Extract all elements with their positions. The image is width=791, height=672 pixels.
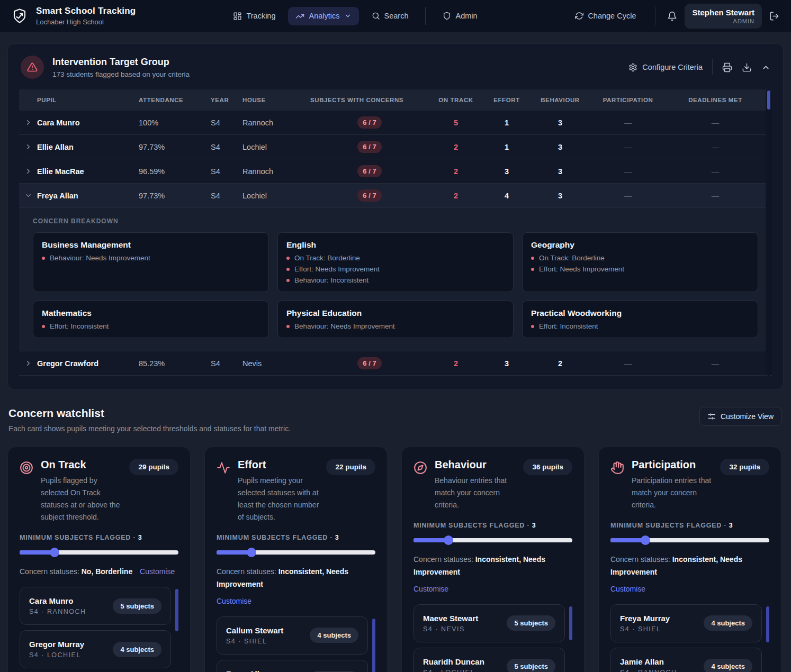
min-subjects-slider[interactable] [20,548,178,557]
customise-link[interactable]: Customise [217,595,251,608]
chevron-down-icon [344,12,352,20]
pupil-list-item[interactable]: Jamie Allan S4 · RANNOCH 4 subjects [610,648,762,672]
collapse-chevron-up-icon[interactable] [761,63,770,72]
behaviour-value: 3 [531,119,590,127]
house-value: Nevis [242,359,310,368]
on-track-value: 2 [429,143,483,151]
min-subjects-slider[interactable] [414,535,572,545]
configure-criteria-button[interactable]: Configure Criteria [628,63,703,72]
table-row[interactable]: Ellie MacRae 96.59% S4 Rannoch 6 / 7 2 3… [19,159,772,184]
pupil-list-item[interactable]: Gregor Murray S4 · LOCHIEL 4 subjects [20,630,171,668]
slider-thumb[interactable] [641,535,650,545]
subjects-count-badge: 5 subjects [507,615,555,631]
col-on-track[interactable]: ON TRACK [429,97,483,103]
breakdown-subject: Physical Education [286,308,505,318]
participation-value: — [590,143,666,151]
slider-thumb[interactable] [444,535,453,545]
table-header-row: PUPIL ATTENDANCE YEAR HOUSE SUBJECTS WIT… [19,89,772,111]
breakdown-card: English On Track: Borderline Effort: Nee… [277,232,514,292]
customise-link[interactable]: Customise [414,583,448,596]
table-scrollbar[interactable] [766,89,772,376]
concern-item: Effort: Needs Improvement [539,265,624,273]
gear-icon [628,63,637,72]
nav-admin[interactable]: Admin [435,7,484,25]
nav-tracking-label: Tracking [246,12,275,20]
col-subjects[interactable]: SUBJECTS WITH CONCERNS [310,97,429,103]
slider-label: MINIMUM SUBJECTS FLAGGED · [20,534,136,541]
effort-value: 3 [483,359,531,368]
breakdown-subject: Mathematics [42,308,260,318]
slider-thumb[interactable] [50,548,59,557]
col-behaviour[interactable]: BEHAVIOUR [531,97,590,103]
nav-search-label: Search [384,12,409,20]
col-pupil[interactable]: PUPIL [37,97,139,103]
pupil-name: Gregor Crawford [37,359,139,368]
nav-right: Change Cycle Stephen Stewart ADMIN [568,4,779,29]
pupil-meta: S4 · RANNOCH [620,669,677,672]
notifications-bell-icon[interactable] [667,11,677,21]
expand-chevron-right-icon[interactable] [19,167,37,175]
collapse-chevron-down-icon[interactable] [19,192,37,199]
behaviour-value: 3 [531,167,590,176]
subjects-count-badge: 5 subjects [507,659,555,672]
behaviour-value: 3 [531,192,590,200]
pupil-name: Callum Stewart [226,626,283,635]
list-scrollbar-thumb[interactable] [175,589,178,631]
pupil-list-item[interactable]: Cara Munro S4 · RANNOCH 5 subjects [20,587,171,625]
nav-analytics[interactable]: Analytics [288,7,358,25]
pupil-list-item[interactable]: Maeve Stewart S4 · NEVIS 5 subjects [414,604,565,642]
table-row[interactable]: Ellie Allan 97.73% S4 Lochiel 6 / 7 2 1 … [19,135,772,159]
concern-item: Effort: Inconsistent [50,322,109,330]
customise-link[interactable]: Customise [140,567,175,576]
card-description: Pupils flagged by selected On Track stat… [41,475,122,523]
list-scrollbar-thumb[interactable] [372,619,375,672]
participation-value: — [590,119,666,127]
expand-chevron-right-icon[interactable] [19,359,37,367]
change-cycle-button[interactable]: Change Cycle [568,7,643,25]
min-subjects-slider[interactable] [217,548,375,557]
app-logo-shield-chart-icon [12,8,28,24]
nav-tracking[interactable]: Tracking [226,7,283,25]
col-year[interactable]: YEAR [211,97,242,103]
col-attendance[interactable]: ATTENDANCE [139,97,211,103]
breakdown-subject: Geography [531,240,749,250]
list-scrollbar-thumb[interactable] [569,606,572,640]
table-row[interactable]: Gregor Crawford 85.23% S4 Nevis 6 / 7 2 … [19,351,772,376]
table-row[interactable]: Cara Munro 100% S4 Rannoch 6 / 7 5 1 3 —… [19,111,772,135]
print-icon[interactable] [722,62,732,72]
customise-link[interactable]: Customise [610,583,645,596]
subjects-concern-badge: 6 / 7 [357,141,381,153]
customize-view-button[interactable]: Customize View [699,407,781,426]
expand-chevron-right-icon[interactable] [19,143,37,151]
slider-thumb[interactable] [247,548,256,557]
pupil-list-item[interactable]: Ruaridh Duncan S4 · LOCHIEL 5 subjects [414,648,565,672]
col-effort[interactable]: EFFORT [483,97,531,103]
concern-dot [286,325,290,328]
pupil-name: Ellie MacRae [37,167,139,176]
attendance-value: 85.23% [139,359,211,368]
table-scrollbar-thumb[interactable] [767,90,770,110]
subjects-count-badge: 4 subjects [704,615,752,631]
pupil-list-item[interactable]: Freya Murray S4 · SHIEL 4 subjects [610,604,762,642]
concern-item: Behaviour: Inconsistent [294,276,368,284]
pupil-list-item[interactable]: Callum Stewart S4 · SHIEL 4 subjects [217,616,368,655]
col-deadlines[interactable]: DEADLINES MET [666,97,765,103]
user-chip[interactable]: Stephen Stewart ADMIN [685,4,762,29]
nav-search[interactable]: Search [364,7,416,25]
pupil-meta: S4 · LOCHIEL [423,669,484,672]
concern-dot [286,279,290,282]
expand-chevron-right-icon[interactable] [19,119,37,126]
list-scrollbar-thumb[interactable] [766,606,769,642]
subjects-concern-badge: 6 / 7 [357,165,381,177]
watchlist-card-behaviour: Behaviour Behaviour entries that match y… [401,447,585,672]
pupil-list-item[interactable]: Freya Allan S4 · LOCHIEL 4 subjects [217,660,368,672]
effort-value: 1 [483,119,531,127]
sliders-icon [707,412,716,421]
download-icon[interactable] [742,62,752,72]
table-row-expanded[interactable]: Freya Allan 97.73% S4 Lochiel 6 / 7 2 4 … [19,184,772,208]
logout-icon[interactable] [769,11,779,21]
col-participation[interactable]: PARTICIPATION [590,97,666,103]
min-subjects-slider[interactable] [610,535,769,545]
col-house[interactable]: HOUSE [242,97,310,103]
on-track-value: 2 [429,359,483,368]
